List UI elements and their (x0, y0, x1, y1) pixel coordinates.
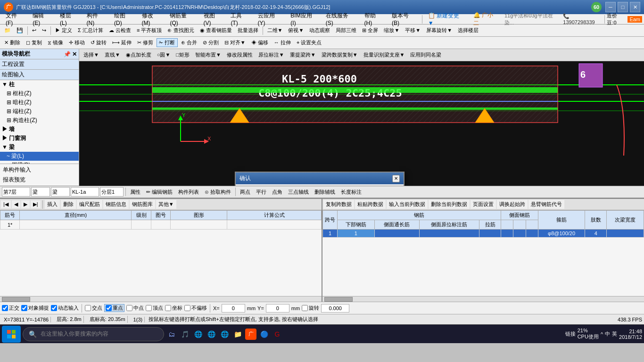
new-btn[interactable]: 📁 (2, 26, 13, 34)
redo-btn[interactable]: ↪ (40, 26, 49, 34)
element-type-selector[interactable]: 梁 (51, 187, 70, 197)
two-point-btn[interactable]: 两点 (238, 188, 253, 197)
section-selector[interactable]: 分层1 (100, 187, 124, 197)
drawing-canvas[interactable]: KL-5 200*600 C8@100/200(4) 2C25;4C25 6 Y (79, 61, 644, 186)
cloud-check-btn[interactable]: ☁ 云检查 (107, 26, 133, 35)
panel-left-scrollbar[interactable] (0, 296, 322, 302)
taskbar-search[interactable]: 🔍 在这里输入你要搜索的内容 (23, 327, 164, 341)
rebar-lib-btn[interactable]: 钢筋图库 (130, 200, 155, 209)
table-row[interactable]: 1* (0, 220, 322, 230)
batch-select-btn[interactable]: 批量选择 (235, 26, 261, 35)
rect-tool[interactable]: □矩形 (173, 50, 192, 59)
menu-element[interactable]: 构件(N) (83, 11, 110, 27)
rotate-input[interactable] (321, 304, 349, 313)
batch-id-support-tool[interactable]: 批量识别梁支座▼ (361, 50, 407, 59)
pan-btn[interactable]: 平移▼ (403, 26, 423, 35)
menu-new-change[interactable]: 📋 新建变更▼ (424, 11, 469, 27)
rebar-info-btn[interactable]: 钢筋信息 (103, 200, 129, 209)
extend-btn[interactable]: ⟼ 延伸 (110, 38, 134, 47)
move-btn[interactable]: ✛ 移动 (66, 38, 87, 47)
sidebar-report[interactable]: 报表预览 (2, 175, 77, 185)
align-slab-btn[interactable]: ≡ 平齐板顶 (134, 26, 164, 35)
define-btn[interactable]: ▶ 定义 (53, 26, 74, 35)
save-btn[interactable]: 💾 (14, 26, 25, 34)
2d-view-btn[interactable]: 二维▼ (265, 26, 285, 35)
sidebar-engineering[interactable]: 工程设置 (0, 59, 79, 70)
top-view-btn[interactable]: 俯视▼ (286, 26, 306, 35)
canvas-area[interactable]: 选择▼ 直线▼ ◉点加长度 ○圆▼ □矩形 智能布置▼ 修改段属性 原位标注▼ … (79, 49, 644, 186)
panel-right-scrollbar[interactable] (322, 296, 644, 302)
point-len-tool[interactable]: ◉点加长度 (124, 50, 154, 59)
menu-tools[interactable]: 工具(T) (227, 11, 253, 27)
menu-rebar-qty[interactable]: 钢筋量(Q) (166, 11, 198, 27)
snap-dynamic-check[interactable] (51, 305, 57, 311)
trim-btn[interactable]: ✂ 修剪 (135, 38, 156, 47)
view-rebar-btn[interactable]: ◉ 查看钢筋量 (198, 26, 234, 35)
nav-next-btn[interactable]: ▶ (21, 200, 30, 208)
sidebar-single-element[interactable]: 单构件输入 (2, 165, 77, 175)
menu-help[interactable]: 帮助(H) (361, 11, 388, 27)
nav-last-btn[interactable]: ▶| (31, 200, 41, 208)
snap-intersection-check[interactable] (85, 305, 91, 311)
taskbar-app2[interactable]: 🎵 (179, 329, 190, 340)
taskbar-app6[interactable]: 📁 (232, 329, 243, 340)
tree-item-frame-column[interactable]: ⊞ 框柱(Z) (0, 89, 79, 98)
nav-first-btn[interactable]: |◀ (1, 200, 11, 208)
nav-prev-btn[interactable]: ◀ (12, 200, 20, 208)
ime-icon[interactable]: 英 (612, 330, 617, 337)
y-input[interactable] (266, 304, 289, 313)
tree-item-column[interactable]: ▼ 柱 (0, 80, 79, 89)
circle-tool[interactable]: ○圆▼ (155, 50, 173, 59)
snap-coord-check[interactable] (165, 305, 171, 311)
taskbar-app8[interactable]: 🔵 (258, 329, 270, 340)
snap-normal-check[interactable] (2, 305, 8, 311)
find-btn[interactable]: ⊕ 查找图元 (165, 26, 196, 35)
element-list-btn[interactable]: 构件列表 (176, 188, 201, 197)
select-tool[interactable]: 选择▼ (81, 50, 101, 59)
menu-view[interactable]: 视图(V) (200, 11, 226, 27)
tree-item-dark-column[interactable]: ⊞ 暗柱(Z) (0, 98, 79, 107)
menu-floor[interactable]: 楼层(L) (56, 11, 82, 27)
insert-row-btn[interactable]: 插入 (45, 200, 60, 209)
zoom-btn[interactable]: 缩放▼ (381, 26, 402, 35)
menu-cloud[interactable]: 云应用(Y) (254, 11, 286, 27)
menu-version[interactable]: 版本号(B) (388, 11, 420, 27)
undo-btn[interactable]: ↩ (30, 26, 39, 34)
break-btn[interactable]: ✁ 打断 (157, 38, 177, 47)
taskbar-app4[interactable]: 🌐 (206, 329, 217, 340)
copy-btn[interactable]: ◻ 复制 (24, 38, 44, 47)
stretch-btn[interactable]: ↔ 拉伸 (272, 38, 293, 47)
pick-element-btn[interactable]: ⊙ 拾取构件 (202, 188, 233, 197)
point-angle-btn[interactable]: 点角 (270, 188, 285, 197)
lang-icon[interactable]: 中 (605, 330, 610, 337)
tree-item-beam[interactable]: ▼ 梁 (0, 143, 79, 152)
line-tool[interactable]: 直线▼ (102, 50, 123, 59)
floor-selector[interactable]: 第7层 (2, 187, 30, 197)
minimize-button[interactable]: ─ (605, 2, 616, 12)
split-btn[interactable]: ⊘ 分割 (200, 38, 221, 47)
snap-nooffset-check[interactable] (184, 305, 190, 311)
paste-span-data-btn[interactable]: 粘贴跨数据 (355, 200, 386, 209)
edit-rebar-btn[interactable]: ✏ 编辑钢筋 (144, 188, 175, 197)
tree-item-window[interactable]: ▶ 门窗洞 (0, 134, 79, 143)
snap-vertex-check[interactable] (146, 305, 152, 311)
snap-object-check[interactable] (21, 305, 27, 311)
apply-same-name-tool[interactable]: 应用到同名梁 (408, 50, 444, 59)
three-point-btn[interactable]: 三点轴线 (286, 188, 311, 197)
merge-btn[interactable]: ⊕ 合并 (179, 38, 199, 47)
close-button[interactable]: ✕ (630, 2, 640, 12)
scrollbar-thumb[interactable] (2, 297, 30, 302)
tree-item-end-column[interactable]: ⊞ 端柱(Z) (0, 107, 79, 116)
del-col-data-btn[interactable]: 删除当前列数据 (429, 200, 470, 209)
screen-rotate-btn[interactable]: 屏幕旋转▼ (424, 26, 454, 35)
copy-span-tool[interactable]: 梁跨数据复制▼ (319, 50, 360, 59)
offset-btn[interactable]: ◈ 偏移 (249, 38, 271, 47)
select-floor-btn[interactable]: 选择楼层 (455, 26, 481, 35)
rotate-check[interactable] (302, 305, 308, 311)
scale-rebar-btn[interactable]: 编尺配筋 (77, 200, 102, 209)
tray-expand-icon[interactable]: ^ (601, 331, 603, 337)
maximize-button[interactable]: □ (618, 2, 628, 12)
snap-endpoint-check[interactable] (106, 305, 112, 311)
other-btn[interactable]: 其他▼ (156, 200, 176, 209)
cantilever-code-btn[interactable]: 悬臂钢筋代号 (528, 200, 564, 209)
